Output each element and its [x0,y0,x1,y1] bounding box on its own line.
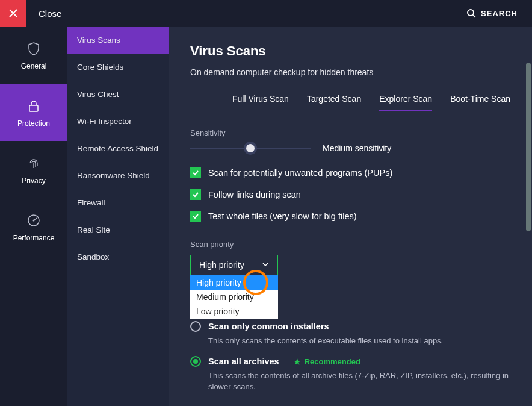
nav-label: General [21,62,47,70]
tab-targeted-scan[interactable]: Targeted Scan [307,94,361,111]
priority-label: Scan priority [190,240,510,249]
subnav-item-firewall[interactable]: Firewall [67,189,169,216]
radio-desc: This scans the contents of all archive f… [208,370,510,392]
subnav-item-ransomware-shield[interactable]: Ransomware Shield [67,162,169,189]
sub-nav: Virus Scans Core Shields Virus Chest Wi-… [67,27,169,406]
radio-row-common-installers[interactable]: Scan only common installers [190,321,510,332]
lock-icon [25,98,42,114]
sensitivity-slider[interactable] [190,148,311,149]
nav-item-protection[interactable]: Protection [0,84,67,141]
svg-point-3 [33,219,35,221]
svg-point-0 [468,10,474,16]
radio-button[interactable] [190,321,201,332]
nav-label: Protection [17,119,50,128]
scan-tabs: Full Virus Scan Targeted Scan Explorer S… [190,94,510,111]
checkbox-row-pups[interactable]: Scan for potentially unwanted programs (… [190,167,510,178]
nav-item-general[interactable]: General [0,27,67,84]
scrollbar-thumb[interactable] [526,63,531,231]
radio-desc: This only scans the contents of executab… [208,336,510,346]
subnav-item-virus-scans[interactable]: Virus Scans [67,27,169,54]
fingerprint-icon [25,155,42,172]
nav-label: Performance [13,234,55,242]
sensitivity-value: Medium sensitivity [323,143,391,153]
dropdown-menu: High priority Medium priority Low priori… [190,275,278,319]
dropdown-toggle[interactable]: High priority [190,255,278,275]
checkbox-label: Test whole files (very slow for big file… [208,211,357,221]
dropdown-selected: High priority [199,260,244,270]
dropdown-option-medium[interactable]: Medium priority [190,290,278,304]
subnav-item-real-site[interactable]: Real Site [67,216,169,243]
slider-knob[interactable] [244,142,257,155]
checkbox-label: Follow links during scan [208,190,301,199]
chevron-down-icon [262,260,269,270]
subnav-item-sandbox[interactable]: Sandbox [67,243,169,270]
checkbox[interactable] [190,211,201,222]
search-icon [466,8,476,18]
search-button[interactable]: SEARCH [466,8,518,18]
dropdown-option-high[interactable]: High priority [190,275,278,290]
sensitivity-label: Sensitivity [190,128,510,137]
nav-item-privacy[interactable]: Privacy [0,141,67,198]
left-nav: General Protection Privacy Performance [0,27,67,406]
radio-button[interactable] [190,356,201,367]
check-icon [192,213,199,220]
search-label: SEARCH [481,9,518,18]
nav-label: Privacy [22,176,45,185]
radio-label: Scan all archives [208,357,279,366]
close-icon [8,8,18,18]
subnav-item-virus-chest[interactable]: Virus Chest [67,81,169,108]
radio-label: Scan only common installers [208,322,329,331]
checkbox-label: Scan for potentially unwanted programs (… [208,168,392,178]
checkbox-row-whole-files[interactable]: Test whole files (very slow for big file… [190,211,510,222]
nav-item-performance[interactable]: Performance [0,198,67,255]
main-content: Virus Scans On demand computer checkup f… [169,27,532,406]
annotation-arrow-icon [169,298,183,326]
page-subtitle: On demand computer checkup for hidden th… [190,67,510,77]
tab-explorer-scan[interactable]: Explorer Scan [379,94,432,111]
radio-row-all-archives[interactable]: Scan all archives Recommended [190,356,510,367]
priority-dropdown[interactable]: High priority High priority Medium prior… [190,255,278,275]
page-title: Virus Scans [190,43,510,59]
svg-rect-1 [29,105,38,111]
scrollbar[interactable] [525,27,532,406]
checkbox[interactable] [190,189,201,200]
checkbox-row-follow-links[interactable]: Follow links during scan [190,189,510,200]
check-icon [192,169,199,176]
recommended-badge: Recommended [294,357,360,366]
subnav-item-remote-access-shield[interactable]: Remote Access Shield [67,135,169,162]
tab-boot-time-scan[interactable]: Boot-Time Scan [450,94,510,111]
checkbox[interactable] [190,167,201,178]
subnav-item-core-shields[interactable]: Core Shields [67,54,169,81]
dropdown-option-low[interactable]: Low priority [190,304,278,319]
close-label: Close [39,8,61,19]
gauge-icon [25,212,42,229]
subnav-item-wifi-inspector[interactable]: Wi-Fi Inspector [67,108,169,135]
tab-full-virus-scan[interactable]: Full Virus Scan [232,94,289,111]
close-button[interactable] [0,0,26,27]
check-icon [192,191,199,198]
shield-icon [25,40,42,57]
